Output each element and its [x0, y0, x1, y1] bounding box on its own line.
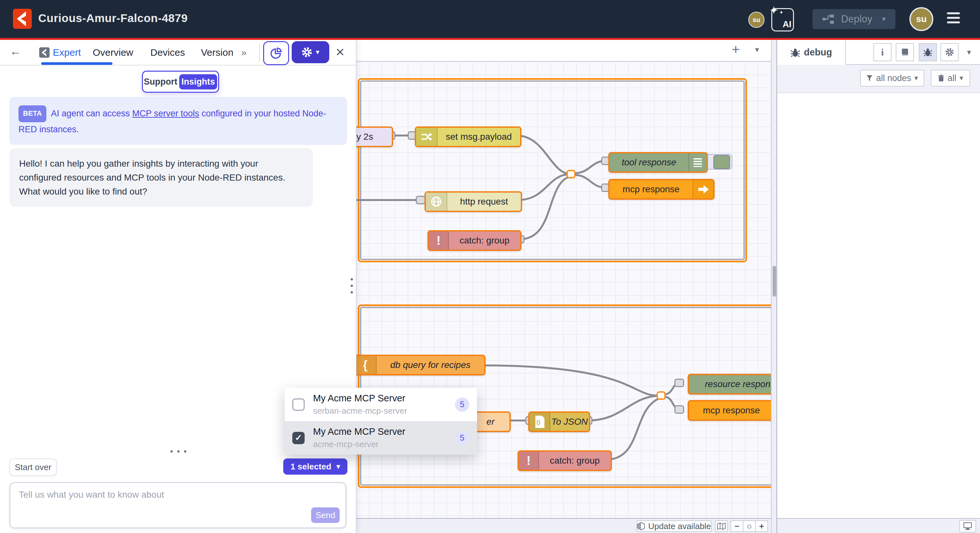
- port[interactable]: [675, 379, 684, 387]
- start-over-label: Start over: [15, 462, 51, 472]
- sparkle-small-icon: [780, 10, 783, 14]
- debug-enable-toggle[interactable]: [713, 155, 730, 169]
- debug-clear-button[interactable]: all ▾: [931, 70, 970, 86]
- debug-footer: [777, 518, 980, 533]
- avatar-large[interactable]: su: [909, 7, 933, 31]
- checkbox-checked[interactable]: ✓: [292, 432, 305, 444]
- bug-icon: [923, 48, 932, 57]
- selected-servers-label: 1 selected: [291, 462, 331, 472]
- tab-debug[interactable]: debug: [777, 40, 846, 65]
- scrollbar-thumb[interactable]: [773, 266, 776, 297]
- node-mcp-response-1-label: mcp response: [609, 184, 692, 195]
- node-debug-tool-response[interactable]: tool response: [608, 152, 708, 173]
- resize-handle-horizontal[interactable]: [170, 450, 186, 453]
- start-over-button[interactable]: Start over: [10, 458, 57, 476]
- selected-caret-icon: ▾: [336, 462, 340, 471]
- panel-tabs-row: ← Expert Overview Devices Version » ▾ ×: [0, 40, 356, 65]
- toggle-support[interactable]: Support: [143, 77, 178, 87]
- ai-label: AI: [783, 19, 791, 29]
- assistant-message-bubble: Hello! I can help you gather insights by…: [10, 148, 313, 207]
- zoom-out-button[interactable]: −: [730, 520, 743, 532]
- back-button[interactable]: ←: [10, 45, 21, 58]
- assistant-settings-button[interactable]: ▾: [292, 41, 329, 63]
- filter-caret-icon: ▾: [915, 74, 918, 82]
- zoom-reset-button[interactable]: ○: [743, 520, 756, 532]
- node-catch-2-label: catch: group: [539, 455, 611, 466]
- tool-count-badge: 5: [455, 431, 469, 445]
- deploy-label: Deploy: [841, 13, 872, 25]
- resize-handle-vertical[interactable]: [351, 278, 353, 294]
- debug-lines-icon: [688, 153, 706, 171]
- avatar-small[interactable]: su: [748, 12, 765, 28]
- deploy-button[interactable]: Deploy ▾: [813, 9, 896, 29]
- beta-text-before: AI agent can access: [51, 109, 132, 118]
- debug-tab-button[interactable]: [919, 43, 937, 61]
- node-debug-resource-response[interactable]: resource response: [688, 374, 771, 394]
- debug-sidebar: debug i ▾ all nodes ▾: [776, 40, 980, 533]
- monitor-icon: [964, 522, 972, 530]
- sparkle-icon: [770, 6, 778, 14]
- mcp-server-option-2[interactable]: ✓ My Acme MCP Server acme-mcp-server 5: [285, 421, 477, 455]
- node-mcp-response-2[interactable]: mcp response: [688, 400, 771, 421]
- wire-junction-2[interactable]: [657, 391, 666, 400]
- settings-caret-icon: ▾: [316, 48, 319, 56]
- beta-notice: BETAAI agent can access MCP server tools…: [10, 97, 347, 145]
- update-available-button[interactable]: Update available: [636, 520, 712, 532]
- insights-chart-button[interactable]: [263, 41, 289, 65]
- debug-filter-button[interactable]: all nodes ▾: [860, 70, 924, 86]
- canvas-vertical-scrollbar[interactable]: [771, 40, 776, 533]
- open-in-window-button[interactable]: [959, 520, 976, 532]
- deploy-caret-icon[interactable]: ▾: [882, 15, 886, 23]
- info-tab-button[interactable]: i: [873, 43, 891, 61]
- support-insights-toggle[interactable]: Support Insights: [142, 71, 219, 93]
- node-change[interactable]: set msg.payload: [415, 126, 522, 147]
- close-panel-button[interactable]: ×: [336, 43, 345, 61]
- avatar-small-initials: su: [752, 16, 760, 24]
- toggle-insights[interactable]: Insights: [179, 74, 217, 89]
- sidebar-menu-caret-icon[interactable]: ▾: [967, 48, 971, 57]
- port[interactable]: [416, 196, 425, 204]
- node-to-json[interactable]: {} To JSON: [528, 412, 590, 432]
- tab-devices[interactable]: Devices: [150, 47, 185, 58]
- brace-icon: {: [356, 356, 377, 374]
- top-header: Curious-Amur-Falcon-4879 su AI Deploy ▾ …: [0, 0, 980, 38]
- tab-debug-label: debug: [804, 47, 832, 58]
- server-title: My Acme MCP Server: [313, 426, 455, 437]
- flow-list-caret-icon[interactable]: ▾: [755, 45, 759, 54]
- tab-expert[interactable]: Expert: [53, 47, 81, 58]
- hamburger-menu-icon[interactable]: [947, 12, 960, 26]
- node-mcp-tool-db-query[interactable]: { db query for recipes: [356, 355, 485, 375]
- avatar-large-initials: su: [916, 14, 927, 24]
- checkbox-unchecked[interactable]: [292, 399, 305, 411]
- mcp-server-option-1[interactable]: My Acme MCP Server serban-acme-mcp-serve…: [285, 388, 477, 421]
- node-catch-2[interactable]: ! catch: group: [517, 450, 612, 471]
- node-delay[interactable]: delay 2s: [356, 126, 393, 147]
- mcp-server-tools-link[interactable]: MCP server tools: [132, 109, 199, 118]
- ai-assistant-button[interactable]: AI: [771, 8, 794, 32]
- exclamation-icon: !: [519, 452, 539, 470]
- zoom-in-button[interactable]: +: [755, 520, 768, 532]
- port[interactable]: [675, 405, 684, 414]
- tab-overview[interactable]: Overview: [93, 47, 133, 58]
- selected-servers-button[interactable]: 1 selected ▾: [283, 458, 347, 475]
- send-button[interactable]: Send: [311, 507, 340, 523]
- tab-overflow-chevrons-icon[interactable]: »: [241, 47, 247, 58]
- node-http-request-label: http request: [447, 196, 521, 207]
- node-catch-1[interactable]: ! catch: group: [428, 230, 522, 251]
- minimap-button[interactable]: [715, 520, 728, 532]
- wire-junction-1[interactable]: [566, 170, 576, 178]
- add-flow-button[interactable]: +: [732, 42, 740, 57]
- map-icon: [717, 523, 725, 530]
- settings-tab-button[interactable]: [940, 43, 959, 61]
- help-tab-button[interactable]: [896, 43, 914, 61]
- canvas-footer: Update available − ○ +: [356, 518, 771, 533]
- tab-version[interactable]: Version: [201, 47, 233, 58]
- flowfuse-logo-icon[interactable]: [13, 9, 32, 29]
- message-input[interactable]: [18, 489, 295, 523]
- node-http-request[interactable]: http request: [425, 191, 522, 212]
- trash-icon: [938, 75, 944, 82]
- beta-badge: BETA: [19, 105, 46, 122]
- funnel-icon: [866, 75, 873, 81]
- node-mcp-response-1[interactable]: mcp response: [608, 179, 714, 200]
- flow-editor-canvas[interactable]: delay 2s set msg.payload tool response m…: [356, 40, 771, 533]
